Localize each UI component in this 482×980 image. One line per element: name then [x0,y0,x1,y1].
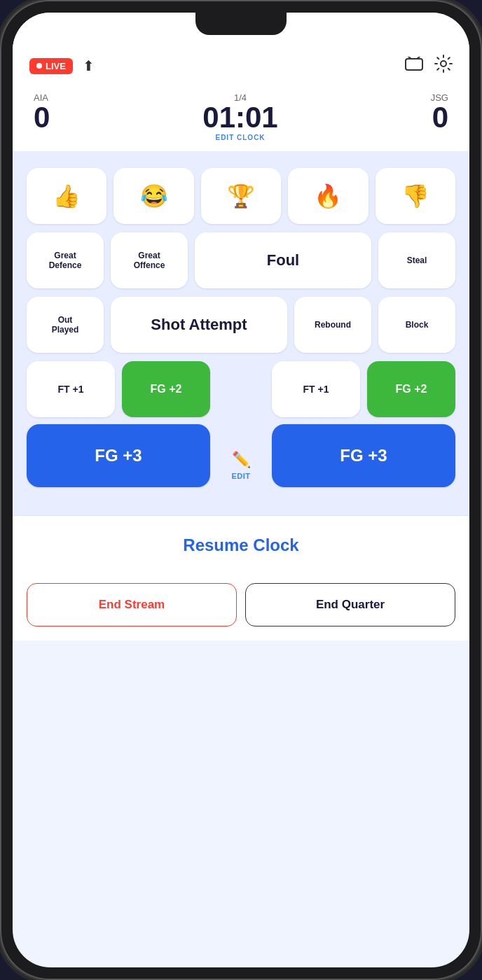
end-quarter-button[interactable]: End Quarter [245,583,455,626]
scoring-row: FT +1 FG +2 FG +3 ✏️ EDIT [27,361,455,487]
svg-rect-0 [406,59,422,70]
bottom-section: Resume Clock End Stream End Quarter [13,515,469,640]
block-button[interactable]: Block [378,297,455,353]
left-ft-button[interactable]: FT +1 [27,361,115,417]
right-ft-button[interactable]: FT +1 [272,361,360,417]
phone-screen: LIVE ⬆ [13,13,469,967]
phone-frame: LIVE ⬆ [0,0,482,980]
foul-button[interactable]: Foul [195,232,371,288]
camera-icon[interactable] [405,57,423,75]
rebound-button[interactable]: Rebound [294,297,371,353]
emoji-thumbs-up[interactable]: 👍 [27,168,106,224]
score-left: 0 [34,103,50,132]
out-played-button[interactable]: Out Played [27,297,104,353]
share-icon[interactable]: ⬆ [83,57,95,74]
live-label: LIVE [46,61,66,71]
live-badge[interactable]: LIVE [29,58,73,74]
emoji-laugh[interactable]: 😂 [113,168,193,224]
action-row-1: Great Defence Great Offence Foul Steal [27,232,455,288]
scoring-section: FT +1 FG +2 FG +3 ✏️ EDIT [27,361,455,487]
team-left: AIA 0 [34,92,50,132]
score-right: 0 [432,103,448,132]
right-team-scoring: FT +1 FG +2 FG +3 [272,361,455,487]
emoji-row: 👍 😂 🏆 🔥 👎 [27,168,455,224]
emoji-fire[interactable]: 🔥 [288,168,368,224]
scoreboard: AIA 0 1/4 01:01 EDIT CLOCK JSG 0 [13,85,469,151]
center-score: 1/4 01:01 EDIT CLOCK [202,92,277,141]
timer: 01:01 [202,103,277,132]
left-fg3-button[interactable]: FG +3 [27,424,210,487]
great-defence-button[interactable]: Great Defence [27,232,104,288]
end-stream-button[interactable]: End Stream [27,583,237,626]
edit-pencil-icon[interactable]: ✏️ [232,451,251,469]
main-area: 👍 😂 🏆 🔥 👎 Great Defence Great Offence Fo… [13,151,469,515]
edit-section: ✏️ EDIT [220,361,262,487]
right-fg2-button[interactable]: FG +2 [367,361,455,417]
action-row-2: Out Played Shot Attempt Rebound Block [27,297,455,353]
right-fg3-button[interactable]: FG +3 [272,424,455,487]
left-team-scoring: FT +1 FG +2 FG +3 [27,361,210,487]
edit-clock[interactable]: EDIT CLOCK [215,134,265,141]
left-fg2-button[interactable]: FG +2 [122,361,210,417]
emoji-thumbs-down[interactable]: 👎 [376,168,455,224]
great-offence-button[interactable]: Great Offence [111,232,188,288]
right-icons [405,55,453,77]
status-bar: LIVE ⬆ [13,49,469,85]
edit-label[interactable]: EDIT [231,472,250,480]
live-dot [36,63,42,69]
notch [195,13,287,35]
svg-point-1 [441,61,446,66]
shot-attempt-button[interactable]: Shot Attempt [111,297,287,353]
notch-bar [13,13,469,49]
end-row: End Stream End Quarter [13,575,469,640]
resume-clock-button[interactable]: Resume Clock [13,516,469,575]
team-right: JSG 0 [431,92,448,132]
emoji-trophy[interactable]: 🏆 [201,168,281,224]
steal-button[interactable]: Steal [378,232,455,288]
settings-icon[interactable] [434,55,453,77]
